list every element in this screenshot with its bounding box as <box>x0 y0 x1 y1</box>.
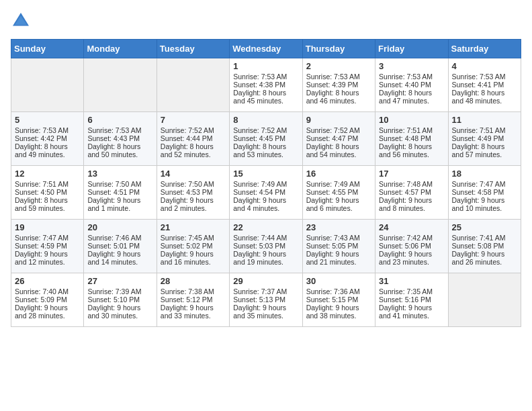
day-number: 2 <box>306 61 371 71</box>
sunset: Sunset: 5:09 PM <box>15 295 67 304</box>
day-cell <box>448 273 521 327</box>
day-cell: 31Sunrise: 7:35 AMSunset: 5:16 PMDayligh… <box>375 273 448 327</box>
header-row: SundayMondayTuesdayWednesdayThursdayFrid… <box>11 40 521 58</box>
day-cell: 9Sunrise: 7:52 AMSunset: 4:47 PMDaylight… <box>302 112 375 166</box>
daylight: Daylight: 8 hours and 59 minutes. <box>15 196 68 212</box>
daylight: Daylight: 9 hours and 14 minutes. <box>87 250 140 266</box>
sunset: Sunset: 4:38 PM <box>233 81 285 89</box>
sunrise: Sunrise: 7:45 AM <box>161 234 214 242</box>
daylight: Daylight: 8 hours and 49 minutes. <box>15 142 68 158</box>
day-number: 13 <box>87 169 152 179</box>
daylight: Daylight: 9 hours and 33 minutes. <box>161 304 214 320</box>
day-cell: 3Sunrise: 7:53 AMSunset: 4:40 PMDaylight… <box>375 58 448 112</box>
day-cell: 1Sunrise: 7:53 AMSunset: 4:38 PMDaylight… <box>230 58 302 112</box>
daylight: Daylight: 9 hours and 23 minutes. <box>379 250 432 266</box>
sunset: Sunset: 4:55 PM <box>306 188 359 196</box>
day-cell: 23Sunrise: 7:43 AMSunset: 5:05 PMDayligh… <box>302 220 375 273</box>
day-number: 26 <box>15 276 80 286</box>
sunset: Sunset: 5:02 PM <box>161 242 213 250</box>
calendar-header: SundayMondayTuesdayWednesdayThursdayFrid… <box>11 40 521 58</box>
daylight: Daylight: 8 hours and 45 minutes. <box>233 89 286 105</box>
header-day-thursday: Thursday <box>302 40 375 58</box>
day-number: 20 <box>87 222 152 232</box>
sunrise: Sunrise: 7:52 AM <box>161 126 214 134</box>
sunrise: Sunrise: 7:38 AM <box>161 287 214 295</box>
day-number: 25 <box>452 222 517 232</box>
week-row-4: 19Sunrise: 7:47 AMSunset: 4:59 PMDayligh… <box>11 220 521 273</box>
daylight: Daylight: 8 hours and 46 minutes. <box>306 89 359 105</box>
sunrise: Sunrise: 7:53 AM <box>15 126 69 134</box>
daylight: Daylight: 9 hours and 21 minutes. <box>306 250 359 266</box>
sunrise: Sunrise: 7:53 AM <box>87 126 141 134</box>
day-cell: 30Sunrise: 7:36 AMSunset: 5:15 PMDayligh… <box>302 273 375 327</box>
day-number: 8 <box>233 115 298 125</box>
day-cell: 22Sunrise: 7:44 AMSunset: 5:03 PMDayligh… <box>230 220 302 273</box>
day-number: 27 <box>87 276 152 286</box>
sunset: Sunset: 4:53 PM <box>161 188 213 196</box>
day-cell: 26Sunrise: 7:40 AMSunset: 5:09 PMDayligh… <box>11 273 84 327</box>
day-cell: 28Sunrise: 7:38 AMSunset: 5:12 PMDayligh… <box>157 273 229 327</box>
sunset: Sunset: 4:39 PM <box>306 81 359 89</box>
daylight: Daylight: 9 hours and 28 minutes. <box>15 304 68 320</box>
day-cell <box>11 58 84 112</box>
sunset: Sunset: 4:44 PM <box>161 134 213 142</box>
header-day-sunday: Sunday <box>11 40 84 58</box>
daylight: Daylight: 9 hours and 41 minutes. <box>379 304 432 320</box>
day-cell: 19Sunrise: 7:47 AMSunset: 4:59 PMDayligh… <box>11 220 84 273</box>
week-row-1: 1Sunrise: 7:53 AMSunset: 4:38 PMDaylight… <box>11 58 521 112</box>
day-number: 29 <box>233 276 298 286</box>
sunrise: Sunrise: 7:50 AM <box>161 180 214 188</box>
sunset: Sunset: 4:50 PM <box>15 188 67 196</box>
sunset: Sunset: 4:48 PM <box>379 134 431 142</box>
calendar-table: SundayMondayTuesdayWednesdayThursdayFrid… <box>11 39 521 327</box>
header-day-tuesday: Tuesday <box>157 40 229 58</box>
daylight: Daylight: 9 hours and 6 minutes. <box>306 196 359 212</box>
daylight: Daylight: 9 hours and 38 minutes. <box>306 304 359 320</box>
day-number: 14 <box>161 169 226 179</box>
day-number: 22 <box>233 222 298 232</box>
day-cell: 13Sunrise: 7:50 AMSunset: 4:51 PMDayligh… <box>84 166 157 220</box>
day-number: 5 <box>15 115 80 125</box>
day-number: 30 <box>306 276 371 286</box>
sunrise: Sunrise: 7:48 AM <box>379 180 433 188</box>
daylight: Daylight: 9 hours and 8 minutes. <box>379 196 432 212</box>
daylight: Daylight: 8 hours and 57 minutes. <box>452 142 505 158</box>
week-row-2: 5Sunrise: 7:53 AMSunset: 4:42 PMDaylight… <box>11 112 521 166</box>
day-cell: 29Sunrise: 7:37 AMSunset: 5:13 PMDayligh… <box>230 273 302 327</box>
calendar-body: 1Sunrise: 7:53 AMSunset: 4:38 PMDaylight… <box>11 58 521 327</box>
daylight: Daylight: 8 hours and 52 minutes. <box>161 142 214 158</box>
sunrise: Sunrise: 7:52 AM <box>306 126 360 134</box>
sunrise: Sunrise: 7:37 AM <box>233 287 287 295</box>
logo-icon <box>11 11 31 31</box>
header-day-saturday: Saturday <box>448 40 521 58</box>
sunrise: Sunrise: 7:43 AM <box>306 234 360 242</box>
logo <box>11 11 34 31</box>
sunset: Sunset: 4:40 PM <box>379 81 431 89</box>
header-day-wednesday: Wednesday <box>230 40 302 58</box>
day-cell <box>84 58 157 112</box>
day-cell: 4Sunrise: 7:53 AMSunset: 4:41 PMDaylight… <box>448 58 521 112</box>
daylight: Daylight: 9 hours and 26 minutes. <box>452 250 505 266</box>
sunrise: Sunrise: 7:51 AM <box>379 126 433 134</box>
day-number: 7 <box>161 115 226 125</box>
daylight: Daylight: 9 hours and 19 minutes. <box>233 250 286 266</box>
daylight: Daylight: 8 hours and 54 minutes. <box>306 142 359 158</box>
sunrise: Sunrise: 7:53 AM <box>306 73 360 81</box>
day-number: 31 <box>379 276 444 286</box>
sunrise: Sunrise: 7:53 AM <box>452 73 506 81</box>
sunset: Sunset: 4:54 PM <box>233 188 285 196</box>
daylight: Daylight: 9 hours and 35 minutes. <box>233 304 286 320</box>
day-number: 18 <box>452 169 517 179</box>
daylight: Daylight: 9 hours and 2 minutes. <box>161 196 214 212</box>
sunset: Sunset: 5:10 PM <box>87 295 140 304</box>
sunset: Sunset: 4:41 PM <box>452 81 504 89</box>
day-number: 6 <box>87 115 152 125</box>
sunset: Sunset: 4:51 PM <box>87 188 140 196</box>
sunset: Sunset: 4:58 PM <box>452 188 504 196</box>
sunset: Sunset: 4:47 PM <box>306 134 359 142</box>
day-cell: 8Sunrise: 7:52 AMSunset: 4:45 PMDaylight… <box>230 112 302 166</box>
sunset: Sunset: 5:06 PM <box>379 242 431 250</box>
page-header <box>11 11 521 31</box>
sunset: Sunset: 5:13 PM <box>233 295 285 304</box>
day-cell: 11Sunrise: 7:51 AMSunset: 4:49 PMDayligh… <box>448 112 521 166</box>
